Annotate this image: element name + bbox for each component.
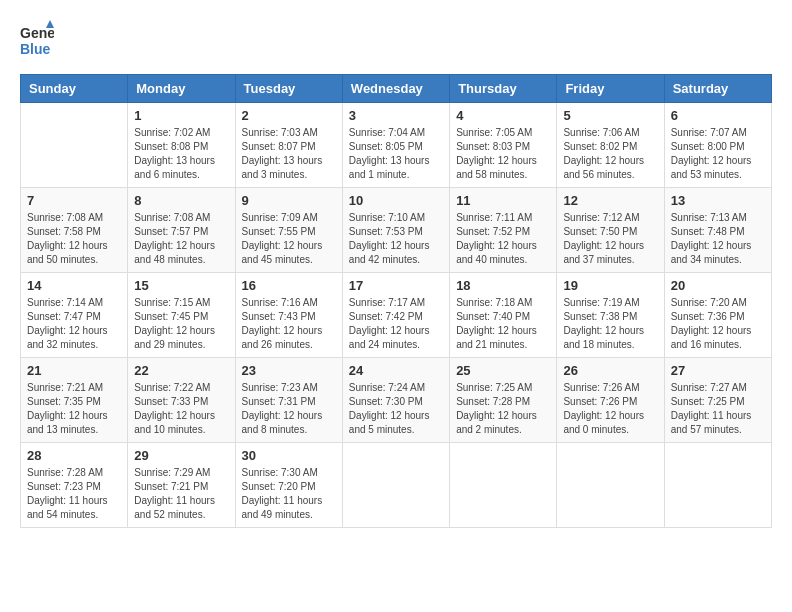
day-number: 27 xyxy=(671,363,765,378)
calendar: SundayMondayTuesdayWednesdayThursdayFrid… xyxy=(20,74,772,528)
day-header-wednesday: Wednesday xyxy=(342,75,449,103)
day-info: Sunrise: 7:15 AMSunset: 7:45 PMDaylight:… xyxy=(134,296,228,352)
calendar-cell: 1Sunrise: 7:02 AMSunset: 8:08 PMDaylight… xyxy=(128,103,235,188)
header: General Blue xyxy=(20,20,772,64)
calendar-cell: 11Sunrise: 7:11 AMSunset: 7:52 PMDayligh… xyxy=(450,188,557,273)
day-info: Sunrise: 7:09 AMSunset: 7:55 PMDaylight:… xyxy=(242,211,336,267)
day-info: Sunrise: 7:12 AMSunset: 7:50 PMDaylight:… xyxy=(563,211,657,267)
calendar-cell: 8Sunrise: 7:08 AMSunset: 7:57 PMDaylight… xyxy=(128,188,235,273)
day-header-saturday: Saturday xyxy=(664,75,771,103)
day-header-sunday: Sunday xyxy=(21,75,128,103)
day-info: Sunrise: 7:22 AMSunset: 7:33 PMDaylight:… xyxy=(134,381,228,437)
day-number: 26 xyxy=(563,363,657,378)
day-header-monday: Monday xyxy=(128,75,235,103)
calendar-header-row: SundayMondayTuesdayWednesdayThursdayFrid… xyxy=(21,75,772,103)
calendar-cell: 17Sunrise: 7:17 AMSunset: 7:42 PMDayligh… xyxy=(342,273,449,358)
day-info: Sunrise: 7:13 AMSunset: 7:48 PMDaylight:… xyxy=(671,211,765,267)
day-number: 30 xyxy=(242,448,336,463)
calendar-cell: 25Sunrise: 7:25 AMSunset: 7:28 PMDayligh… xyxy=(450,358,557,443)
day-info: Sunrise: 7:11 AMSunset: 7:52 PMDaylight:… xyxy=(456,211,550,267)
day-number: 18 xyxy=(456,278,550,293)
day-number: 4 xyxy=(456,108,550,123)
calendar-cell xyxy=(342,443,449,528)
day-info: Sunrise: 7:05 AMSunset: 8:03 PMDaylight:… xyxy=(456,126,550,182)
day-info: Sunrise: 7:03 AMSunset: 8:07 PMDaylight:… xyxy=(242,126,336,182)
day-info: Sunrise: 7:18 AMSunset: 7:40 PMDaylight:… xyxy=(456,296,550,352)
calendar-week-3: 21Sunrise: 7:21 AMSunset: 7:35 PMDayligh… xyxy=(21,358,772,443)
day-number: 22 xyxy=(134,363,228,378)
calendar-cell: 22Sunrise: 7:22 AMSunset: 7:33 PMDayligh… xyxy=(128,358,235,443)
day-info: Sunrise: 7:04 AMSunset: 8:05 PMDaylight:… xyxy=(349,126,443,182)
calendar-cell: 6Sunrise: 7:07 AMSunset: 8:00 PMDaylight… xyxy=(664,103,771,188)
day-info: Sunrise: 7:08 AMSunset: 7:58 PMDaylight:… xyxy=(27,211,121,267)
day-info: Sunrise: 7:23 AMSunset: 7:31 PMDaylight:… xyxy=(242,381,336,437)
day-info: Sunrise: 7:30 AMSunset: 7:20 PMDaylight:… xyxy=(242,466,336,522)
calendar-cell: 14Sunrise: 7:14 AMSunset: 7:47 PMDayligh… xyxy=(21,273,128,358)
calendar-week-1: 7Sunrise: 7:08 AMSunset: 7:58 PMDaylight… xyxy=(21,188,772,273)
calendar-cell: 30Sunrise: 7:30 AMSunset: 7:20 PMDayligh… xyxy=(235,443,342,528)
calendar-cell: 13Sunrise: 7:13 AMSunset: 7:48 PMDayligh… xyxy=(664,188,771,273)
day-info: Sunrise: 7:21 AMSunset: 7:35 PMDaylight:… xyxy=(27,381,121,437)
day-info: Sunrise: 7:16 AMSunset: 7:43 PMDaylight:… xyxy=(242,296,336,352)
calendar-cell: 27Sunrise: 7:27 AMSunset: 7:25 PMDayligh… xyxy=(664,358,771,443)
calendar-cell xyxy=(21,103,128,188)
calendar-cell: 18Sunrise: 7:18 AMSunset: 7:40 PMDayligh… xyxy=(450,273,557,358)
day-number: 7 xyxy=(27,193,121,208)
day-number: 9 xyxy=(242,193,336,208)
day-number: 17 xyxy=(349,278,443,293)
calendar-cell: 5Sunrise: 7:06 AMSunset: 8:02 PMDaylight… xyxy=(557,103,664,188)
day-info: Sunrise: 7:29 AMSunset: 7:21 PMDaylight:… xyxy=(134,466,228,522)
day-info: Sunrise: 7:20 AMSunset: 7:36 PMDaylight:… xyxy=(671,296,765,352)
day-number: 28 xyxy=(27,448,121,463)
day-number: 23 xyxy=(242,363,336,378)
calendar-cell: 23Sunrise: 7:23 AMSunset: 7:31 PMDayligh… xyxy=(235,358,342,443)
calendar-cell: 24Sunrise: 7:24 AMSunset: 7:30 PMDayligh… xyxy=(342,358,449,443)
calendar-cell: 3Sunrise: 7:04 AMSunset: 8:05 PMDaylight… xyxy=(342,103,449,188)
calendar-cell: 26Sunrise: 7:26 AMSunset: 7:26 PMDayligh… xyxy=(557,358,664,443)
day-number: 15 xyxy=(134,278,228,293)
day-info: Sunrise: 7:14 AMSunset: 7:47 PMDaylight:… xyxy=(27,296,121,352)
day-number: 2 xyxy=(242,108,336,123)
day-number: 29 xyxy=(134,448,228,463)
day-info: Sunrise: 7:06 AMSunset: 8:02 PMDaylight:… xyxy=(563,126,657,182)
day-info: Sunrise: 7:27 AMSunset: 7:25 PMDaylight:… xyxy=(671,381,765,437)
calendar-body: 1Sunrise: 7:02 AMSunset: 8:08 PMDaylight… xyxy=(21,103,772,528)
day-info: Sunrise: 7:10 AMSunset: 7:53 PMDaylight:… xyxy=(349,211,443,267)
calendar-cell: 15Sunrise: 7:15 AMSunset: 7:45 PMDayligh… xyxy=(128,273,235,358)
calendar-cell: 9Sunrise: 7:09 AMSunset: 7:55 PMDaylight… xyxy=(235,188,342,273)
svg-marker-2 xyxy=(46,20,54,28)
day-number: 6 xyxy=(671,108,765,123)
day-number: 8 xyxy=(134,193,228,208)
day-number: 20 xyxy=(671,278,765,293)
calendar-cell: 7Sunrise: 7:08 AMSunset: 7:58 PMDaylight… xyxy=(21,188,128,273)
day-number: 25 xyxy=(456,363,550,378)
calendar-cell: 12Sunrise: 7:12 AMSunset: 7:50 PMDayligh… xyxy=(557,188,664,273)
day-number: 14 xyxy=(27,278,121,293)
day-number: 24 xyxy=(349,363,443,378)
calendar-cell: 21Sunrise: 7:21 AMSunset: 7:35 PMDayligh… xyxy=(21,358,128,443)
calendar-week-2: 14Sunrise: 7:14 AMSunset: 7:47 PMDayligh… xyxy=(21,273,772,358)
calendar-cell xyxy=(557,443,664,528)
calendar-cell: 4Sunrise: 7:05 AMSunset: 8:03 PMDaylight… xyxy=(450,103,557,188)
day-header-tuesday: Tuesday xyxy=(235,75,342,103)
day-info: Sunrise: 7:08 AMSunset: 7:57 PMDaylight:… xyxy=(134,211,228,267)
day-info: Sunrise: 7:26 AMSunset: 7:26 PMDaylight:… xyxy=(563,381,657,437)
day-header-thursday: Thursday xyxy=(450,75,557,103)
calendar-cell: 19Sunrise: 7:19 AMSunset: 7:38 PMDayligh… xyxy=(557,273,664,358)
calendar-cell: 16Sunrise: 7:16 AMSunset: 7:43 PMDayligh… xyxy=(235,273,342,358)
day-info: Sunrise: 7:02 AMSunset: 8:08 PMDaylight:… xyxy=(134,126,228,182)
day-number: 13 xyxy=(671,193,765,208)
day-number: 10 xyxy=(349,193,443,208)
day-number: 5 xyxy=(563,108,657,123)
day-number: 1 xyxy=(134,108,228,123)
day-number: 21 xyxy=(27,363,121,378)
calendar-cell xyxy=(450,443,557,528)
day-number: 12 xyxy=(563,193,657,208)
calendar-cell: 10Sunrise: 7:10 AMSunset: 7:53 PMDayligh… xyxy=(342,188,449,273)
day-info: Sunrise: 7:24 AMSunset: 7:30 PMDaylight:… xyxy=(349,381,443,437)
calendar-cell: 28Sunrise: 7:28 AMSunset: 7:23 PMDayligh… xyxy=(21,443,128,528)
calendar-cell xyxy=(664,443,771,528)
calendar-week-4: 28Sunrise: 7:28 AMSunset: 7:23 PMDayligh… xyxy=(21,443,772,528)
day-info: Sunrise: 7:25 AMSunset: 7:28 PMDaylight:… xyxy=(456,381,550,437)
calendar-cell: 20Sunrise: 7:20 AMSunset: 7:36 PMDayligh… xyxy=(664,273,771,358)
